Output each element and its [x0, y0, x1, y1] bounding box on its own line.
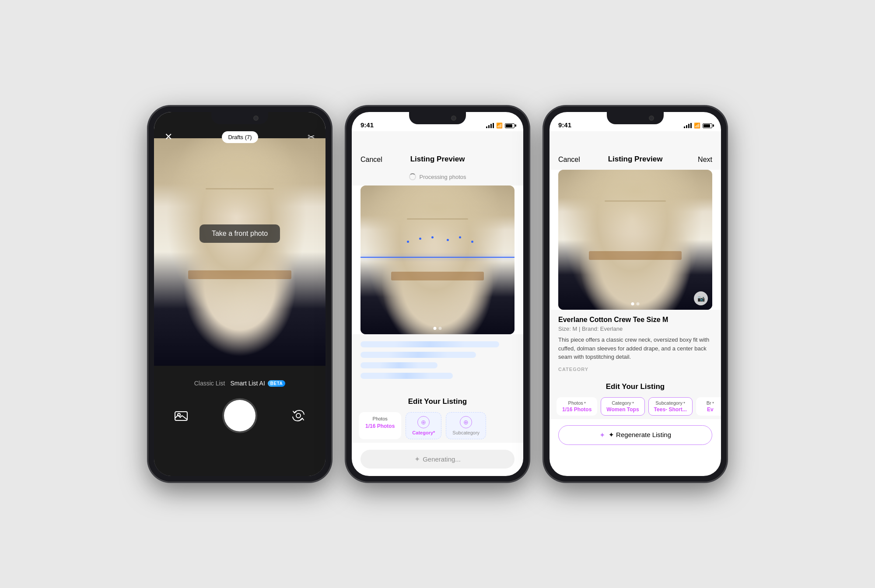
- status-time: 9:41: [360, 121, 374, 129]
- notch: [211, 112, 268, 124]
- phone-complete: 9:41 📶 Cancel Listing Pr: [543, 106, 727, 482]
- skeleton-line: [360, 341, 499, 347]
- scan-line: [360, 257, 514, 258]
- generating-button: ✦ Generating...: [360, 450, 514, 469]
- notch-camera: [451, 116, 456, 121]
- edit-listing-title: Edit Your Listing: [550, 382, 721, 391]
- camera-background: ✕ Drafts (7) ✂ Take a front photo: [154, 112, 326, 476]
- photo-dots-indicator: [434, 327, 442, 330]
- regenerate-icon: ✦: [599, 431, 605, 439]
- necklace-hint: [206, 188, 274, 189]
- skeleton-line: [360, 352, 476, 358]
- shutter-button[interactable]: [224, 400, 256, 431]
- dot-1: [631, 302, 634, 305]
- processing-text: Processing photos: [420, 174, 466, 180]
- subcategory-icon: ⊕: [460, 416, 472, 428]
- wifi-icon: 📶: [694, 122, 700, 129]
- subcategory-tab-top: Subcategory ▾: [655, 400, 685, 406]
- phone-camera-screen: ✕ Drafts (7) ✂ Take a front photo: [154, 112, 326, 476]
- photos-tab-top: Photos ▾: [568, 400, 586, 406]
- category-tab-label: Category*: [412, 430, 435, 435]
- edit-tabs: Photos ▾ 1/16 Photos Category ▾ Women To…: [550, 397, 721, 416]
- chevron-down-icon: ▾: [584, 401, 586, 405]
- photos-tab-value: 1/16 Photos: [562, 406, 592, 413]
- phone-complete-screen: 9:41 📶 Cancel Listing Pr: [550, 112, 721, 476]
- listing-header: Cancel Listing Preview: [352, 131, 523, 170]
- camera-controls: [154, 400, 326, 431]
- wifi-icon: 📶: [496, 122, 503, 129]
- listing-header: Cancel Listing Preview Next: [550, 131, 721, 170]
- mode-switcher: Classic List Smart List AI BETA: [194, 380, 286, 387]
- scan-dot: [407, 241, 409, 243]
- listing-info: Everlane Cotton Crew Tee Size M Size: M …: [550, 310, 721, 375]
- battery-icon: [505, 123, 514, 128]
- status-icons: 📶: [486, 122, 514, 129]
- classic-list-label[interactable]: Classic List: [194, 380, 225, 387]
- category-tab[interactable]: ⊕ Category*: [406, 412, 441, 439]
- brand-tab-value: Ev: [707, 406, 714, 413]
- dot-2: [637, 302, 640, 305]
- camera-bottom: Classic List Smart List AI BETA: [154, 371, 326, 476]
- subcategory-tab-label: Subcategory: [452, 430, 480, 435]
- signal-icon: [486, 123, 494, 128]
- close-button[interactable]: ✕: [164, 131, 172, 143]
- svg-point-2: [296, 413, 301, 418]
- regenerate-label: ✦ Regenerate Listing: [609, 431, 671, 439]
- photos-tab[interactable]: Photos ▾ 1/16 Photos: [556, 397, 597, 416]
- gallery-button[interactable]: [172, 406, 191, 425]
- listing-meta: Size: M | Brand: Everlane: [558, 326, 712, 332]
- brand-tab-top: Br ▾: [707, 400, 714, 406]
- scan-dot: [459, 236, 461, 238]
- scissors-icon[interactable]: ✂: [308, 132, 315, 142]
- subcategory-tab[interactable]: ⊕ Subcategory: [446, 412, 486, 439]
- processing-indicator: Processing photos: [352, 170, 523, 186]
- cancel-button[interactable]: Cancel: [558, 156, 580, 164]
- notch-camera: [649, 116, 654, 121]
- status-icons: 📶: [684, 122, 712, 129]
- edit-listing-title: Edit Your Listing: [352, 397, 523, 406]
- category-icon: ⊕: [417, 416, 430, 428]
- photos-tab[interactable]: Photos 1/16 Photos: [359, 412, 401, 439]
- notch: [409, 112, 466, 124]
- belt: [391, 272, 483, 280]
- notch-camera: [253, 116, 259, 121]
- subcategory-tab-value: Tees- Short...: [654, 406, 687, 413]
- smart-list-ai-button[interactable]: Smart List AI BETA: [230, 380, 285, 387]
- photo-dots-indicator: [631, 302, 640, 305]
- smart-list-label: Smart List AI: [230, 380, 265, 387]
- camera-preview: [154, 138, 326, 366]
- signal-icon: [684, 123, 692, 128]
- listing-title: Everlane Cotton Crew Tee Size M: [558, 316, 712, 324]
- flip-camera-button[interactable]: [289, 406, 308, 425]
- edit-listing-section: Edit Your Listing Photos 1/16 Photos ⊕ C…: [352, 390, 523, 443]
- next-button[interactable]: Next: [698, 156, 712, 164]
- scan-dot: [431, 236, 434, 238]
- photo-person: [154, 138, 326, 366]
- listing-photo: [360, 186, 514, 334]
- listing-description: This piece offers a classic crew neck, o…: [558, 336, 712, 361]
- photos-tab-value: 1/16 Photos: [365, 423, 395, 429]
- brand-tab[interactable]: Br ▾ Ev: [696, 397, 721, 416]
- category-tab[interactable]: Category ▾ Women Tops: [601, 397, 644, 416]
- cancel-button[interactable]: Cancel: [360, 156, 382, 164]
- listing-photo-area: [360, 186, 514, 334]
- battery-icon: [703, 123, 712, 128]
- generating-label: Generating...: [423, 455, 461, 463]
- chevron-down-icon: ▾: [632, 401, 634, 405]
- drafts-button[interactable]: Drafts (7): [222, 131, 258, 143]
- page-title: Listing Preview: [410, 155, 465, 164]
- camera-edit-icon[interactable]: 📷: [694, 291, 708, 305]
- regenerate-button[interactable]: ✦ ✦ Regenerate Listing: [558, 425, 712, 445]
- phone-processing: 9:41 📶 Cancel Listing Pr: [346, 106, 529, 482]
- skeleton-loading: [352, 334, 523, 390]
- belt: [589, 251, 681, 260]
- status-time: 9:41: [558, 121, 571, 129]
- scan-dot: [419, 238, 421, 240]
- chevron-down-icon: ▾: [683, 401, 685, 405]
- chevron-down-icon: ▾: [712, 401, 714, 405]
- belt-hint: [188, 270, 291, 279]
- beta-badge: BETA: [268, 380, 285, 387]
- subcategory-tab[interactable]: Subcategory ▾ Tees- Short...: [648, 397, 693, 416]
- photos-tab-label: Photos: [373, 416, 388, 421]
- edit-tabs: Photos 1/16 Photos ⊕ Category* ⊕ Subcate…: [352, 412, 523, 439]
